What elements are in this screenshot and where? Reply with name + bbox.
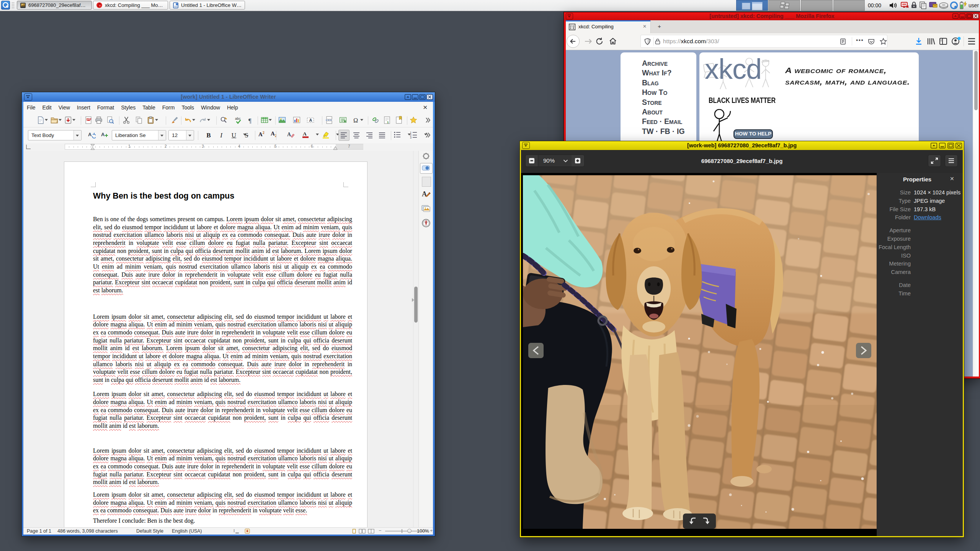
svg-text:A: A (309, 118, 312, 122)
svg-text:A: A (287, 132, 291, 137)
svg-text:¶: ¶ (248, 117, 252, 124)
svg-text:Ω: Ω (353, 117, 358, 124)
svg-text:A: A (101, 132, 105, 137)
svg-text:A: A (88, 132, 92, 137)
svg-text:abc: abc (235, 117, 241, 121)
svg-text:A: A (303, 131, 307, 137)
svg-text:3: 3 (410, 136, 412, 139)
svg-text:1: 1 (387, 121, 389, 124)
svg-text:1: 1 (410, 131, 412, 134)
svg-text:PDF: PDF (87, 118, 91, 121)
